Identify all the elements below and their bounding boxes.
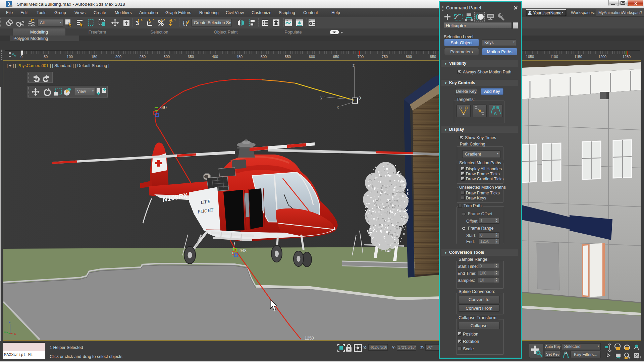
svg-text:x: x [634, 1, 637, 6]
svg-text:0: 0 [359, 96, 361, 101]
svg-text:z: z [9, 319, 11, 323]
svg-text:z: z [353, 63, 355, 68]
svg-text:x: x [14, 331, 16, 336]
svg-text:697: 697 [160, 105, 167, 110]
svg-text:x: x [337, 105, 339, 110]
svg-text:1250: 1250 [305, 336, 314, 340]
svg-text:y: y [320, 95, 323, 100]
svg-text:y: y [4, 330, 6, 334]
svg-text:948: 948 [239, 248, 247, 253]
svg-text:A: A [494, 111, 497, 116]
